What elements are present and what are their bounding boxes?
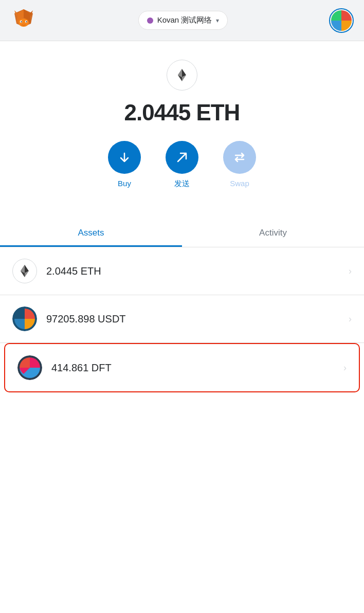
usdt-chevron-icon: ›	[349, 314, 352, 324]
eth-logo	[167, 60, 197, 91]
main-content: 2.0445 ETH Buy 发送	[0, 41, 364, 613]
tab-bar: Assets Activity	[0, 221, 364, 247]
tab-assets[interactable]: Assets	[0, 221, 182, 247]
tab-activity[interactable]: Activity	[182, 221, 364, 247]
send-label: 发送	[174, 179, 190, 189]
chevron-down-icon: ▾	[216, 17, 219, 24]
action-buttons: Buy 发送 Swap	[108, 141, 256, 189]
network-selector[interactable]: Kovan 测试网络 ▾	[138, 11, 228, 30]
eth-asset-icon	[12, 259, 37, 283]
usdt-asset-amount: 97205.898 USDT	[46, 313, 349, 325]
balance-section: 2.0445 ETH Buy 发送	[0, 41, 364, 208]
svg-point-10	[26, 21, 27, 22]
svg-point-9	[21, 21, 22, 22]
eth-asset-amount: 2.0445 ETH	[46, 265, 349, 277]
dft-asset-amount: 414.861 DFT	[51, 362, 343, 374]
swap-button[interactable]: Swap	[223, 141, 256, 188]
send-circle	[166, 141, 198, 174]
dft-asset-icon	[17, 355, 42, 380]
dft-chevron-icon: ›	[343, 363, 347, 373]
metamask-logo[interactable]	[10, 6, 37, 35]
swap-circle	[223, 141, 256, 174]
buy-label: Buy	[118, 179, 131, 188]
send-button[interactable]: 发送	[166, 141, 198, 189]
user-avatar[interactable]	[329, 8, 354, 33]
network-dot	[147, 17, 153, 24]
usdt-asset-icon	[12, 306, 37, 331]
eth-chevron-icon: ›	[349, 266, 352, 277]
buy-button[interactable]: Buy	[108, 141, 141, 188]
network-name: Kovan 测试网络	[157, 15, 212, 25]
balance-amount: 2.0445 ETH	[124, 100, 240, 125]
asset-item-dft[interactable]: 414.861 DFT ›	[4, 343, 360, 392]
asset-item-usdt[interactable]: 97205.898 USDT ›	[0, 295, 364, 343]
app-header: Kovan 测试网络 ▾	[0, 0, 364, 41]
buy-circle	[108, 141, 141, 174]
asset-list: 2.0445 ETH › 97205.898 USDT ›	[0, 247, 364, 392]
asset-item-eth[interactable]: 2.0445 ETH ›	[0, 247, 364, 295]
swap-label: Swap	[230, 179, 249, 188]
